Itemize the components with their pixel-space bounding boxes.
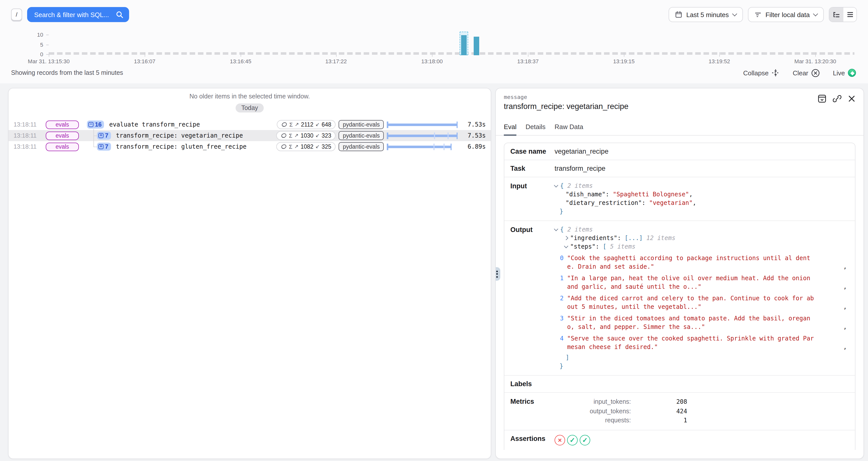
tree-view-button[interactable] [829,7,843,22]
chart-plot-area[interactable] [49,31,855,55]
clear-circle-x-icon [811,68,820,77]
package-tag[interactable]: pydantic-evals [339,142,384,151]
duration-bar-tick [443,143,444,150]
task-value: transform_recipe [555,165,606,172]
items-count-note: 2 items [567,226,593,233]
histogram-bar[interactable] [461,35,467,55]
y-axis-tick-label: 0 [23,51,43,57]
tokens-input-arrow-icon [294,133,299,138]
token-usage-pill[interactable]: Σ 1082 325 [276,142,336,151]
today-date-pill[interactable]: Today [236,103,264,113]
expand-children-badge[interactable]: 7 [97,131,111,140]
minus-square-icon [88,122,93,127]
section-task: Task transform_recipe [504,160,855,177]
chevron-down-icon[interactable] [554,227,558,231]
chevron-down-icon [732,11,737,16]
trace-row-evaluate-transform-recipe[interactable]: 13:18:11 evals 16 evaluate transform_rec… [8,119,491,130]
trace-list-panel: No older items in the selected time wind… [8,88,491,459]
expand-children-badge[interactable]: 7 [97,143,111,151]
section-assertions: Assertions × ✓ ✓ [504,430,855,450]
assertion-fail-icon[interactable]: × [555,435,565,445]
duration-bar[interactable] [387,142,458,151]
input-json-viewer[interactable]: { 2 items dish_name: Spaghetti Bolognese… [555,182,849,216]
sigma-icon: Σ [289,122,293,128]
app-window: / Search & filter with SQL... Last 5 min… [0,0,868,461]
filter-local-data-dropdown[interactable]: Filter local data [748,7,824,22]
panel-resize-handle[interactable] [495,267,500,281]
assertion-pass-icon[interactable]: ✓ [580,435,590,445]
x-axis-tick-label: 13:19:52 [709,58,730,64]
input-tokens-count: 2112 [301,122,313,128]
package-tag[interactable]: pydantic-evals [339,131,384,140]
dock-panel-icon[interactable] [818,94,826,103]
slash-shortcut-key: / [11,8,22,21]
span-detail-panel: message transform_recipe: vegetarian_rec… [495,88,864,459]
tokens-output-arrow-icon [315,122,320,127]
child-count: 16 [95,121,102,128]
input-tokens-count: 1030 [301,132,313,139]
items-count-note: 5 items [610,243,636,250]
package-tag[interactable]: pydantic-evals [339,120,384,129]
histogram-bar[interactable] [474,37,479,55]
records-toolbar: Showing records from the last 5 minutes … [11,67,856,78]
y-axis-tick-label: 5 [23,42,43,48]
y-axis-tick [46,54,49,55]
duration-bar-cap [387,143,388,150]
trace-row-gluten-free-recipe[interactable]: 13:18:11 evals 7 transform_recipe: glute… [8,141,491,152]
collapse-label: Collapse [743,69,769,76]
duration-bar[interactable] [387,120,458,129]
service-name-pill[interactable]: evals [46,131,79,140]
records-timeline-chart[interactable]: 10 5 0 Mar 31. 13:15:30 13:16:07 13:16:4… [0,27,868,65]
metric-row: requests:1 [555,416,687,425]
output-json-viewer[interactable]: { 2 items ingredients: [...] 12 items st… [555,225,849,371]
duration-bar[interactable] [387,131,458,140]
case-name-label: Case name [510,148,555,155]
copy-link-icon[interactable] [833,94,841,103]
output-label: Output [510,225,555,371]
list-view-button[interactable] [843,7,857,22]
token-usage-pill[interactable]: Σ 2112 648 [277,120,336,129]
clear-button[interactable]: Clear [793,68,820,77]
tab-raw-data[interactable]: Raw Data [555,123,583,135]
time-range-dropdown[interactable]: Last 5 minutes [669,7,743,22]
duration-text: 7.53s [458,132,486,139]
chevron-down-icon[interactable] [554,183,558,188]
service-name-pill[interactable]: evals [46,120,79,129]
eval-sections: Case name vegetarian_recipe Task transfo… [504,143,856,450]
assertions-label: Assertions [510,435,555,445]
x-axis-tick [528,52,528,57]
items-count-note: 2 items [567,182,593,189]
close-icon[interactable] [848,95,856,102]
chevron-down-icon[interactable] [564,244,568,248]
live-status-icon [848,69,856,77]
coin-icon [281,132,287,139]
service-name-pill[interactable]: evals [46,142,79,151]
tree-connector-stub [93,135,98,136]
metrics-table: input_tokens:208 output_tokens:424 reque… [555,397,687,425]
trace-rows: 13:18:11 evals 16 evaluate transform_rec… [8,119,491,152]
span-name[interactable]: transform_recipe: gluten_free_recipe [116,143,246,150]
search-button[interactable]: Search & filter with SQL... [27,7,129,22]
y-axis-tick-label: 10 [23,32,43,38]
json-array-item: 2Add the diced carrot and celery to the … [555,294,849,311]
detail-title: transform_recipe: vegetarian_recipe [504,102,856,111]
tab-eval[interactable]: Eval [504,123,517,135]
collapse-button[interactable]: Collapse [743,69,780,77]
clear-label: Clear [793,69,808,76]
span-name[interactable]: evaluate transform_recipe [109,121,200,128]
duration-bar-cap [456,121,458,128]
json-array-item: 1In a large pan, heat the olive oil over… [555,274,849,291]
collapse-children-badge[interactable]: 16 [87,121,104,128]
chevron-right-icon[interactable] [564,236,568,240]
x-axis-tick-label: Mar 31. 13:20:30 [795,58,836,64]
trace-row-vegetarian-recipe[interactable]: 13:18:11 evals 7 transform_recipe: veget… [8,130,491,141]
filter-label: Filter local data [766,11,810,18]
live-toggle[interactable]: Live [833,69,856,77]
no-older-items-note: No older items in the selected time wind… [8,93,491,100]
row-timestamp: 13:18:11 [13,143,42,150]
coin-icon [281,122,287,128]
tab-details[interactable]: Details [526,123,546,135]
span-name[interactable]: transform_recipe: vegetarian_recipe [116,132,243,139]
assertion-pass-icon[interactable]: ✓ [567,435,578,445]
token-usage-pill[interactable]: Σ 1030 323 [276,131,336,140]
